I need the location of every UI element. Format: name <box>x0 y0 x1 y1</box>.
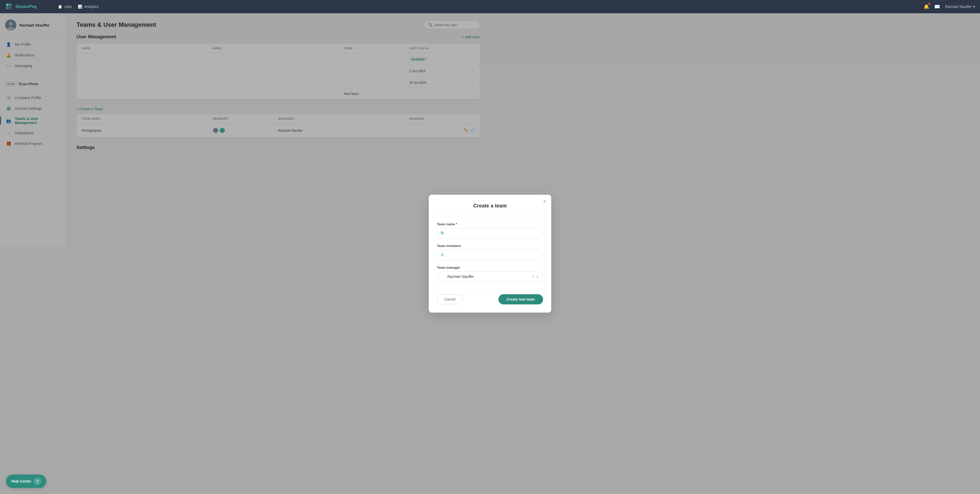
team-name-icon <box>441 232 444 236</box>
nav-divider <box>49 3 50 11</box>
team-members-label: Team members <box>437 244 490 247</box>
nav-jobs[interactable]: 📋 Jobs <box>55 5 75 9</box>
top-navigation: SquarePeg 📋 Jobs 📊 Analytics 🔔 ✉️ Rachae… <box>0 0 490 13</box>
team-name-input[interactable] <box>437 228 490 239</box>
svg-point-8 <box>442 232 444 233</box>
modal-title: Create a team <box>437 203 490 209</box>
create-team-modal: Create a team × Team name * Team members <box>429 195 490 247</box>
nav-analytics[interactable]: 📊 Analytics <box>75 5 102 9</box>
logo-icon <box>5 3 13 11</box>
svg-rect-0 <box>6 3 9 6</box>
team-members-group: Team members <box>437 244 490 247</box>
jobs-icon: 📋 <box>58 5 62 9</box>
modal-overlay: Create a team × Team name * Team members <box>0 13 490 247</box>
app-logo[interactable]: SquarePeg <box>5 3 37 11</box>
svg-rect-1 <box>9 3 12 6</box>
analytics-icon: 📊 <box>78 5 82 9</box>
team-name-label: Team name * <box>437 222 490 226</box>
app-name: SquarePeg <box>15 4 37 9</box>
svg-rect-2 <box>6 6 9 9</box>
team-name-wrapper <box>437 228 490 239</box>
team-name-group: Team name * <box>437 222 490 239</box>
svg-rect-3 <box>9 6 12 9</box>
